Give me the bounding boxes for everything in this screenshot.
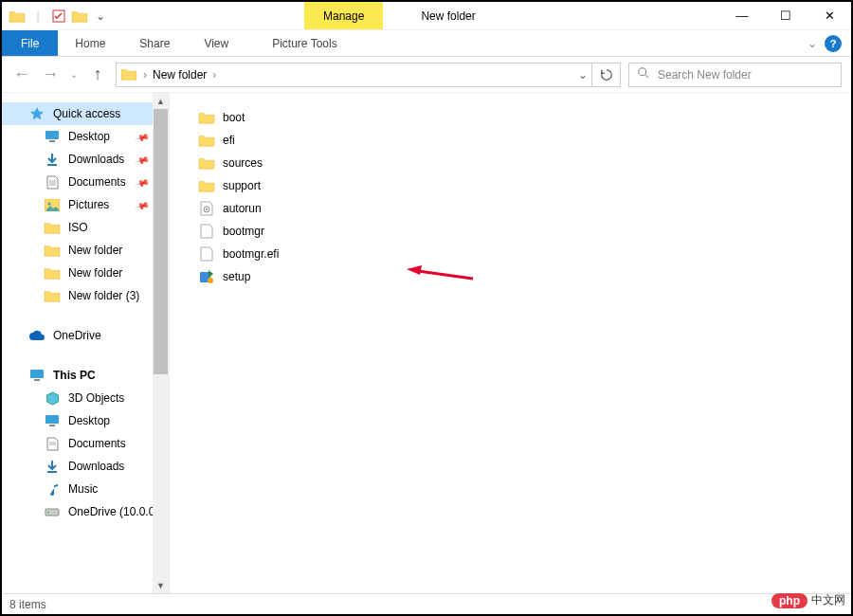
svg-point-23 [208, 278, 213, 283]
divider-icon: | [28, 7, 47, 26]
close-button[interactable]: ✕ [808, 2, 851, 30]
music-icon [44, 481, 61, 497]
list-item[interactable]: sources [198, 152, 851, 174]
tab-picture-tools[interactable]: Picture Tools [255, 30, 354, 56]
folder-icon [70, 7, 89, 26]
sidebar-label: Desktop [68, 414, 110, 427]
list-item[interactable]: support [198, 174, 851, 197]
sidebar-label: Downloads [68, 153, 124, 166]
window-controls: — ☐ ✕ [720, 2, 851, 30]
sidebar-label: New folder [68, 244, 122, 257]
sidebar-item-thispc[interactable]: This PC [2, 364, 169, 387]
body: Quick access Desktop 📌 Downloads 📌 Docum… [2, 93, 851, 593]
list-item[interactable]: bootmgr [198, 220, 851, 243]
svg-point-1 [639, 68, 646, 76]
breadcrumb-dropdown-icon[interactable]: ⌄ [578, 68, 588, 82]
up-button[interactable]: ↑ [87, 64, 108, 85]
sidebar-item-downloads[interactable]: Downloads [2, 455, 169, 478]
list-item[interactable]: autorun [198, 197, 851, 220]
svg-rect-12 [34, 379, 40, 381]
svg-line-2 [645, 75, 649, 79]
annotation-arrow-icon [407, 265, 473, 284]
minimize-button[interactable]: — [720, 2, 764, 30]
sidebar-item-desktop[interactable]: Desktop 📌 [2, 125, 169, 148]
qat-dropdown-icon[interactable]: ⌄ [91, 7, 110, 26]
sidebar-label: ISO [68, 221, 88, 234]
window-title: New folder [421, 9, 475, 23]
pin-icon: 📌 [135, 197, 150, 212]
ribbon-collapse-icon[interactable]: ⌄ [808, 37, 817, 50]
list-item[interactable]: setup [198, 265, 851, 288]
setup-exe-icon [198, 268, 215, 285]
list-item[interactable]: bootmgr.efi [198, 243, 851, 265]
sidebar-item-newfolder[interactable]: New folder [2, 262, 169, 284]
sidebar-item-music[interactable]: Music [2, 478, 169, 500]
file-name: efi [223, 134, 235, 147]
tab-file-label: File [21, 37, 39, 50]
tab-view[interactable]: View [187, 30, 245, 56]
tab-share[interactable]: Share [122, 30, 187, 56]
sidebar-item-onedrive[interactable]: OneDrive [2, 324, 169, 347]
sidebar-item-3dobjects[interactable]: 3D Objects [2, 387, 169, 409]
svg-rect-13 [45, 415, 59, 424]
explorer-window: | ⌄ Manage New folder — ☐ ✕ File Home Sh… [0, 0, 853, 616]
sidebar-item-desktop[interactable]: Desktop [2, 409, 169, 432]
folder-icon [198, 177, 215, 194]
inf-file-icon [198, 200, 215, 217]
breadcrumb-current[interactable]: New folder [153, 68, 207, 82]
sidebar-label: Desktop [68, 130, 110, 143]
file-name: setup [223, 270, 250, 283]
context-tab-label: Manage [323, 9, 364, 23]
tab-home[interactable]: Home [58, 30, 122, 56]
sidebar-item-documents[interactable]: Documents [2, 432, 169, 455]
sidebar-item-documents[interactable]: Documents 📌 [2, 171, 169, 193]
nav-scrollbar[interactable]: ▲ ▼ [153, 93, 169, 593]
sidebar-label: Documents [68, 437, 126, 450]
folder-icon [120, 67, 137, 82]
back-button[interactable]: ← [11, 64, 32, 85]
svg-point-19 [47, 512, 49, 514]
tab-file[interactable]: File [2, 30, 58, 56]
scroll-up-icon[interactable]: ▲ [153, 93, 169, 109]
properties-icon[interactable] [49, 7, 68, 26]
folder-icon [44, 265, 61, 281]
list-item[interactable]: efi [198, 129, 851, 152]
sidebar-item-newfolder3[interactable]: New folder (3) [2, 284, 169, 307]
list-item[interactable]: boot [198, 106, 851, 129]
file-name: boot [223, 111, 245, 124]
forward-button[interactable]: → [40, 64, 61, 85]
search-placeholder: Search New folder [658, 68, 752, 82]
scroll-thumb[interactable] [154, 109, 168, 374]
svg-rect-3 [45, 131, 59, 139]
breadcrumb[interactable]: › New folder › ⌄ [116, 63, 592, 87]
address-bar: ← → ⌄ ↑ › New folder › ⌄ Search New fold… [2, 57, 851, 93]
maximize-button[interactable]: ☐ [764, 2, 808, 30]
sidebar-item-iso[interactable]: ISO [2, 216, 169, 239]
folder-icon [198, 109, 215, 126]
documents-icon [44, 174, 61, 190]
refresh-button[interactable] [592, 63, 621, 87]
tab-share-label: Share [139, 37, 170, 50]
folder-icon [8, 7, 27, 26]
sidebar-label: New folder (3) [68, 289, 139, 302]
sidebar-label: OneDrive [53, 329, 101, 342]
navigation-pane: Quick access Desktop 📌 Downloads 📌 Docum… [2, 93, 170, 593]
drive-icon [44, 504, 61, 519]
desktop-icon [44, 129, 61, 144]
svg-point-21 [206, 208, 208, 210]
svg-rect-11 [30, 370, 44, 378]
sidebar-label: Pictures [68, 198, 109, 211]
search-input[interactable]: Search New folder [628, 63, 842, 87]
sidebar-item-pictures[interactable]: Pictures 📌 [2, 193, 169, 216]
contextual-tab-manage[interactable]: Manage [304, 2, 383, 29]
scroll-down-icon[interactable]: ▼ [153, 577, 169, 593]
sidebar-item-newfolder[interactable]: New folder [2, 239, 169, 262]
sidebar-item-onedrive-network[interactable]: OneDrive (10.0.0 [2, 500, 169, 523]
sidebar-item-downloads[interactable]: Downloads 📌 [2, 148, 169, 171]
content-pane[interactable]: boot efi sources support autorun bootmgr [170, 93, 851, 593]
file-name: bootmgr.efi [223, 247, 279, 261]
recent-dropdown-icon[interactable]: ⌄ [68, 64, 80, 85]
help-icon[interactable]: ? [825, 35, 842, 52]
pin-icon: 📌 [135, 152, 150, 167]
sidebar-item-quick-access[interactable]: Quick access [2, 102, 169, 125]
